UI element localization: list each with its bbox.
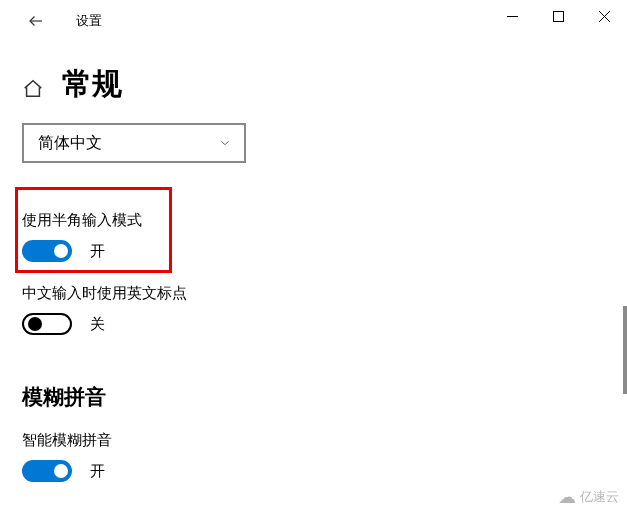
minimize-icon — [507, 11, 518, 22]
fuzzy-section-title: 模糊拼音 — [0, 383, 627, 411]
cloud-icon: ☁ — [558, 486, 576, 508]
smart-fuzzy-state: 开 — [90, 462, 105, 481]
halfwidth-state: 开 — [90, 242, 105, 261]
language-dropdown[interactable]: 简体中文 — [22, 123, 246, 163]
chevron-down-icon — [218, 136, 232, 150]
scrollbar-thumb[interactable] — [623, 306, 627, 394]
arrow-left-icon — [27, 12, 45, 30]
svg-rect-2 — [553, 11, 563, 21]
close-icon — [599, 11, 610, 22]
minimize-button[interactable] — [489, 0, 535, 32]
halfwidth-toggle[interactable] — [22, 240, 72, 262]
halfwidth-label: 使用半角输入模式 — [22, 211, 627, 230]
home-icon — [22, 78, 44, 100]
watermark-text: 亿速云 — [580, 488, 619, 506]
smart-fuzzy-label: 智能模糊拼音 — [22, 431, 627, 450]
page-title: 常规 — [62, 64, 122, 105]
english-punct-state: 关 — [90, 315, 105, 334]
english-punct-toggle[interactable] — [22, 313, 72, 335]
language-dropdown-value: 简体中文 — [38, 133, 102, 154]
app-title: 设置 — [76, 12, 102, 30]
maximize-icon — [553, 11, 564, 22]
scrollbar[interactable] — [623, 42, 627, 514]
maximize-button[interactable] — [535, 0, 581, 32]
back-button[interactable] — [20, 5, 52, 37]
close-button[interactable] — [581, 0, 627, 32]
english-punct-label: 中文输入时使用英文标点 — [22, 284, 627, 303]
watermark: ☁ 亿速云 — [558, 486, 619, 508]
smart-fuzzy-toggle[interactable] — [22, 460, 72, 482]
